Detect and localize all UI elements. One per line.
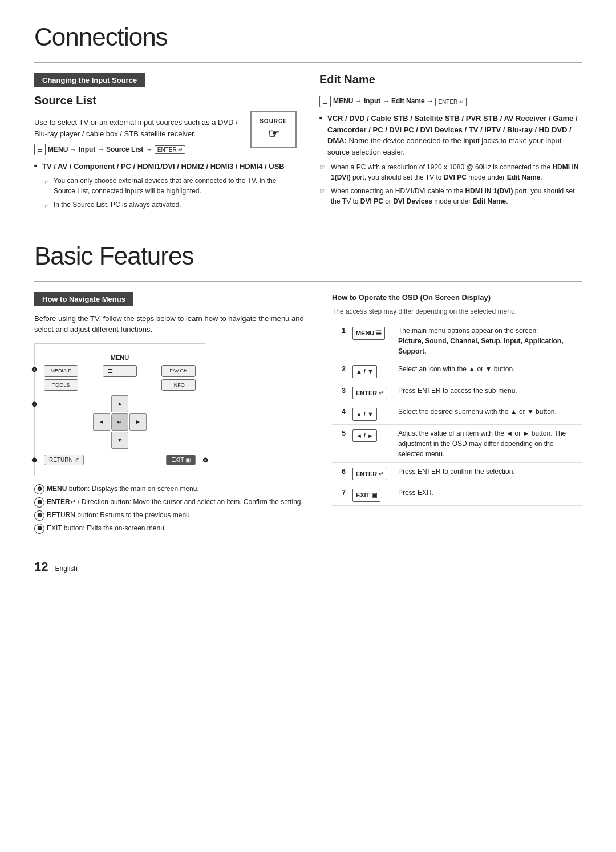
bf-divider [34,281,582,282]
desc2-text: ENTER↵ / Direction button: Move the curs… [47,497,303,507]
osd-row: 1MENU ☰The main menu options appear on t… [332,322,582,360]
menu-icon: ☰ [34,144,46,155]
osd-row-key: ENTER ↵ [349,462,395,484]
source-label: SOURCE [260,118,287,124]
changing-input-header: Changing the Input Source [34,73,145,87]
osd-row-key: MENU ☰ [349,322,395,360]
num-2: ❷ [34,497,44,508]
source-menu-path: ☰ MENU → Input → Source List → ENTER ↵ [34,144,241,155]
dpad-empty-tl [93,395,110,412]
button-desc-list: ❶ MENU button: Displays the main on-scre… [34,484,309,534]
osd-key-label: ▲ / ▼ [352,408,377,421]
edit-name-menu-path: ☰ MENU → Input → Edit Name → ENTER ↵ [319,96,582,107]
edit-name-note2: When connecting an HDMI/DVI cable to the… [319,186,582,206]
osd-row-key: ▲ / ▼ [349,360,395,382]
navigate-desc: Before using the TV, follow the steps be… [34,313,309,335]
osd-row-desc: Press ENTER to confirm the selection. [395,462,582,484]
osd-row-desc: Press ENTER to access the sub-menu. [395,382,582,403]
source-notes: You can only choose external devices tha… [42,176,297,210]
menu-btn: ☰ [103,365,137,377]
osd-row-num: 1 [332,322,349,360]
btn-desc-1: ❶ MENU button: Displays the main on-scre… [34,484,309,494]
dpad-container: ❷ ▲ ◄ ↵ ► ▼ [44,393,196,451]
desc4-text: EXIT button: Exits the on-screen menu. [47,524,166,533]
source-menu-text: MENU → Input → Source List → [48,145,152,153]
dpad-center-enter: ↵ [111,413,128,431]
connections-title: Connections [34,23,582,51]
desc3-text: RETURN button: Returns to the previous m… [47,510,192,520]
source-button: SOURCE ☞ [250,111,297,148]
page-number: 12 English [34,559,582,574]
hand-icon: ☞ [268,127,279,141]
osd-row-num: 4 [332,403,349,425]
menu-top-row: MEDIA.P ☰ FAV.CH [44,365,196,377]
osd-row-num: 5 [332,424,349,462]
osd-key-label: ▲ / ▼ [352,365,377,378]
osd-key-label: MENU ☰ [352,327,385,340]
osd-row-desc: Select an icon with the ▲ or ▼ button. [395,360,582,382]
osd-row-desc: Adjust the value of an item with the ◄ o… [395,424,582,462]
dpad-empty-bl [93,432,110,449]
source-list-body: SOURCE ☞ Use to select TV or an external… [34,117,297,161]
edit-menu-icon: ☰ [319,96,331,107]
dpad-empty-tr [129,395,147,412]
osd-row: 4▲ / ▼Select the desired submenu with th… [332,403,582,425]
edit-name-bullet-list: VCR / DVD / Cable STB / Satellite STB / … [319,113,582,157]
btn-desc-2: ❷ ENTER↵ / Direction button: Move the cu… [34,497,309,508]
navigate-header: How to Navigate Menus [34,292,133,306]
fav-ch-btn: FAV.CH [161,365,196,377]
source-bullet-item: TV / AV / Component / PC / HDMI1/DVI / H… [34,161,297,210]
source-bullet-list: TV / AV / Component / PC / HDMI1/DVI / H… [34,161,297,210]
dpad-up: ▲ [111,395,128,412]
dpad-empty-br [129,432,147,449]
edit-name-col: Edit Name ☰ MENU → Input → Edit Name → E… [319,73,582,214]
osd-col: How to Operate the OSD (On Screen Displa… [332,292,582,537]
circle2: ❷ [31,401,37,408]
connections-columns: Changing the Input Source Source List SO… [34,73,582,214]
circle4: ❹ [202,457,208,464]
osd-key-label: EXIT ▣ [352,489,381,502]
navigate-menus-col: How to Navigate Menus Before using the T… [34,292,309,537]
edit-menu-text: MENU → Input → Edit Name → ENTER ↵ [333,97,467,106]
osd-row: 5◄ / ►Adjust the value of an item with t… [332,424,582,462]
osd-row: 2▲ / ▼Select an icon with the ▲ or ▼ but… [332,360,582,382]
exit-btn: EXIT ▣ [166,455,196,465]
edit-name-desc: Name the device connected to the input j… [327,136,561,156]
tools-btn: TOOLS [44,379,78,391]
edit-name-note1: When a PC with a resolution of 1920 x 10… [319,162,582,182]
info-btn: INFO [161,379,196,391]
circle1: ❶ [31,366,37,374]
connections-divider [34,62,582,63]
osd-row-desc: Select the desired submenu with the ▲ or… [395,403,582,425]
osd-row-desc2: Picture, Sound, Channel, Setup, Input, A… [398,337,564,355]
osd-row: 3ENTER ↵Press ENTER to access the sub-me… [332,382,582,403]
num-3: ❸ [34,510,44,521]
osd-row: 6ENTER ↵Press ENTER to confirm the selec… [332,462,582,484]
dpad-right: ► [129,413,147,431]
edit-name-notes: When a PC with a resolution of 1920 x 10… [319,162,582,206]
connections-section: Connections Changing the Input Source So… [34,23,582,214]
desc1-text: MENU button: Displays the main on-screen… [47,484,199,494]
osd-key-label: ◄ / ► [352,429,377,443]
btn-desc-4: ❹ EXIT button: Exits the on-screen menu. [34,524,309,534]
source-bullet-heading: TV / AV / Component / PC / HDMI1/DVI / H… [42,162,285,171]
d-pad: ▲ ◄ ↵ ► ▼ [93,395,147,449]
num-4: ❹ [34,524,44,534]
osd-row-desc: Press EXIT. [395,484,582,506]
osd-row: 7EXIT ▣Press EXIT. [332,484,582,506]
osd-title: How to Operate the OSD (On Screen Displa… [332,292,582,303]
tools-info-row: TOOLS INFO [44,379,196,391]
osd-row-num: 7 [332,484,349,506]
osd-row-desc: The main menu options appear on the scre… [395,322,582,360]
navigate-columns: How to Navigate Menus Before using the T… [34,292,582,537]
media-p-btn: MEDIA.P [44,365,78,377]
return-exit-row: ❸ RETURN ↺ EXIT ▣ ❹ [44,455,196,465]
osd-table: 1MENU ☰The main menu options appear on t… [332,322,582,506]
enter-icon: ENTER ↵ [155,145,186,154]
circle3: ❸ [31,457,37,464]
remote-diagram: MENU ❶ MEDIA.P ☰ FAV.CH TOOLS INFO [34,343,205,476]
osd-subtitle: The access step may differ depending on … [332,306,582,317]
num-1: ❶ [34,484,44,494]
basic-features-section: Basic Features How to Navigate Menus Bef… [34,242,582,537]
basic-features-title: Basic Features [34,242,582,270]
